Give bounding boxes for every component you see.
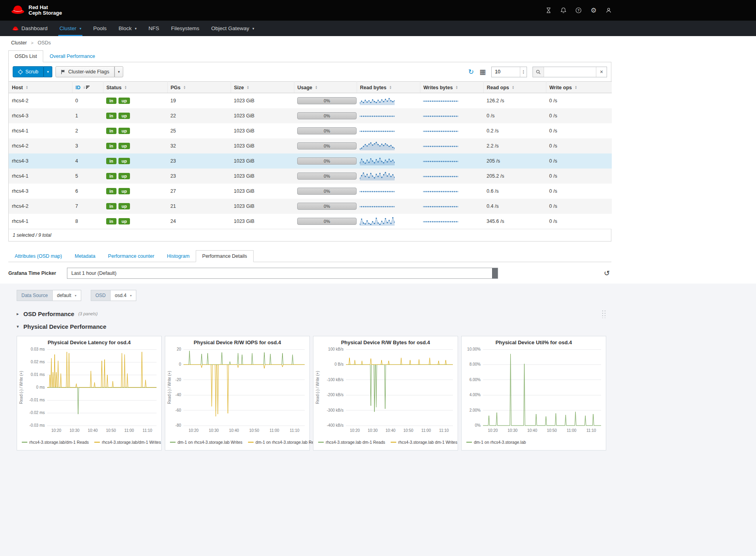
column-header-status[interactable]: Status▲▼ [103,82,167,93]
cluster-wide-flags-caret-button[interactable]: ▾ [115,66,124,77]
variable-select-data-source[interactable]: default▾ [53,290,81,301]
page-size-value[interactable] [493,69,515,75]
cluster-wide-flags-button[interactable]: Cluster-wide Flags [55,66,115,77]
page-size-spinner-icon[interactable]: ▴▾ [520,67,527,77]
column-header-size[interactable]: Size▲▼ [231,82,294,93]
detail-tab-performance-details[interactable]: Performance Details [196,250,253,262]
column-header-pgs[interactable]: PGs▲▼ [167,82,231,93]
nav-item-nfs[interactable]: NFS [143,21,165,36]
nav-item-dashboard[interactable]: Dashboard [6,21,53,36]
osd-size: 1023 GiB [231,199,294,214]
brand-text: Red Hat Ceph Storage [29,5,62,16]
status-badge-in: in [106,173,116,179]
panel-title[interactable]: Physical Device Latency for osd.4 [17,336,161,345]
sort-icon: ▲▼ [247,85,249,89]
osd-row-7[interactable]: rhcs4-27inup211023 GiB0%0.4 /s0 /s [9,199,612,214]
osd-row-3[interactable]: rhcs4-23inup321023 GiB0%2.2 /s0 /s [9,138,612,153]
legend-item-dm-1-on-rhcs4-3-storage-lab[interactable]: dm-1 on rhcs4-3.storage.lab [466,440,526,445]
detail-tab-histogram[interactable]: Histogram [160,250,196,262]
status-badge-in: in [106,113,116,119]
variable-label-osd: OSD [91,290,111,301]
osd-usage: 0% [294,169,357,184]
legend-item-rhcs4-3-storage-lab-dm-1-reads[interactable]: rhcs4-3.storage.lab/dm-1 Reads [22,440,89,445]
help-icon[interactable]: ? [575,7,582,14]
column-header-writes-bytes[interactable]: Writes bytes▲▼ [420,82,483,93]
column-header-id[interactable]: ID↓ [72,82,103,93]
nav-item-object-gateway[interactable]: Object Gateway▾ [205,21,260,36]
read-bytes-sparkline [357,93,420,109]
svg-text:10:40: 10:40 [386,428,395,433]
detail-tab-performance-counter[interactable]: Performance counter [102,250,161,262]
grafana-row-physical-device-performance[interactable]: ▾ Physical Device Performance [17,320,606,333]
grafana-row-osd-performance[interactable]: ▸ OSD Performance (3 panels) [17,307,606,320]
osd-usage: 0% [294,108,357,123]
search-input[interactable] [544,67,596,77]
svg-text:10:30: 10:30 [508,428,517,433]
svg-text:10:50: 10:50 [403,428,413,433]
osd-row-6[interactable]: rhcs4-36inup271023 GiB0%0.6 /s0 /s [9,184,612,199]
undo-time-picker-icon[interactable]: ↺ [604,269,611,278]
osd-row-5[interactable]: rhcs4-15inup231023 GiB0%205.2 /s0 /s [9,169,612,184]
column-header-write-ops[interactable]: Write ops▲▼ [546,82,612,93]
drag-handle-icon[interactable] [601,309,606,318]
osd-status: inup [103,138,167,153]
gear-icon[interactable]: ⚙ [590,7,597,14]
legend-item-dm-1-on-rhcs4-3-storage-lab-reads[interactable]: dm-1 on rhcs4-3.storage.lab Reads [248,440,321,445]
user-icon[interactable] [605,7,612,14]
legend-item-dm-1-on-rhcs4-3-storage-lab-writes[interactable]: dm-1 on rhcs4-3.storage.lab Writes [170,440,242,445]
svg-text:10:40: 10:40 [229,428,239,433]
scrub-caret-button[interactable]: ▾ [44,66,53,77]
osd-row-0[interactable]: rhcs4-20inup191023 GiB0%126.2 /s0 /s [9,93,612,109]
osd-row-2[interactable]: rhcs4-12inup251023 GiB0%0.2 /s0 /s [9,123,612,138]
column-header-read-ops[interactable]: Read ops▲▼ [483,82,546,93]
nav-item-pools[interactable]: Pools [87,21,113,36]
scrub-icon [18,69,23,75]
table-columns-icon[interactable]: ▦ [479,69,486,75]
writes-bytes-sparkline [420,93,483,109]
osd-row-1[interactable]: rhcs4-31inup221023 GiB0%0 /s0 /s [9,108,612,123]
tab-overall-performance[interactable]: Overall Performance [43,50,101,62]
panel-title[interactable]: Physical Device R/W IOPS for osd.4 [165,336,309,345]
osd-host: rhcs4-3 [9,184,72,199]
detail-tab-metadata[interactable]: Metadata [68,250,101,262]
grafana-panel-physical-device-r-w-bytes-for-osd-4: Physical Device R/W Bytes for osd.4100 k… [313,336,458,451]
bell-icon[interactable] [560,7,567,14]
select-scrollbar[interactable] [492,268,498,278]
nav-item-filesystems[interactable]: Filesystems [165,21,205,36]
osd-row-8[interactable]: rhcs4-18inup241023 GiB0%345.6 /s0 /s [9,214,612,229]
scrub-button[interactable]: Scrub [13,66,44,77]
legend-color-key [94,442,100,443]
hourglass-icon[interactable] [545,7,552,14]
column-header-read-bytes[interactable]: Read bytes▲▼ [357,82,420,93]
nav-item-block[interactable]: Block▾ [113,21,143,36]
clear-search-icon[interactable]: × [596,67,607,77]
variable-select-osd[interactable]: osd.4▾ [111,290,136,301]
sort-icon: ▲▼ [575,85,577,89]
refresh-icon[interactable]: ↻ [468,69,474,75]
osd-read-ops: 345.6 /s [483,214,546,229]
legend-item-rhcs4-3-storage-lab-dm-1-writes[interactable]: rhcs4-3.storage.lab/dm-1 Writes [94,440,161,445]
page-size-input[interactable]: ▴▾ [491,67,527,77]
nav-item-cluster[interactable]: Cluster▾ [53,21,87,36]
osd-row-4[interactable]: rhcs4-34inup231023 GiB0%205 /s0 /s [9,153,612,169]
grafana-panel-physical-device-r-w-iops-for-osd-4: Physical Device R/W IOPS for osd.4200-20… [165,336,310,451]
panel-title[interactable]: Physical Device Util% for osd.4 [462,336,606,345]
svg-text:-200 kB/s: -200 kB/s [327,393,344,397]
detail-tab-attributes-osd-map[interactable]: Attributes (OSD map) [8,250,68,262]
status-badge-in: in [106,188,116,194]
time-picker-select[interactable]: Last 1 hour (Default) [67,268,498,279]
legend-item-rhcs4-3-storage-lab-dm-1-reads[interactable]: rhcs4-3.storage.lab dm-1 Reads [318,440,385,445]
column-header-host[interactable]: Host▲▼ [9,82,72,93]
osd-read-ops: 205.2 /s [483,169,546,184]
osd-write-ops: 0 /s [546,214,612,229]
masthead: Red Hat Ceph Storage ? ⚙ [0,0,756,21]
legend-item-rhcs4-3-storage-lab-dm-1-writes[interactable]: rhcs4-3.storage.lab dm-1 Writes [391,440,457,445]
breadcrumb-osds: OSDs [38,40,51,46]
column-label: Writes bytes [424,84,453,90]
status-badge-in: in [106,128,116,134]
osd-size: 1023 GiB [231,214,294,229]
column-header-usage[interactable]: Usage▲▼ [294,82,357,93]
tab-osds-list[interactable]: OSDs List [8,50,43,62]
breadcrumb-cluster[interactable]: Cluster [11,40,27,46]
panel-title[interactable]: Physical Device R/W Bytes for osd.4 [313,336,458,345]
